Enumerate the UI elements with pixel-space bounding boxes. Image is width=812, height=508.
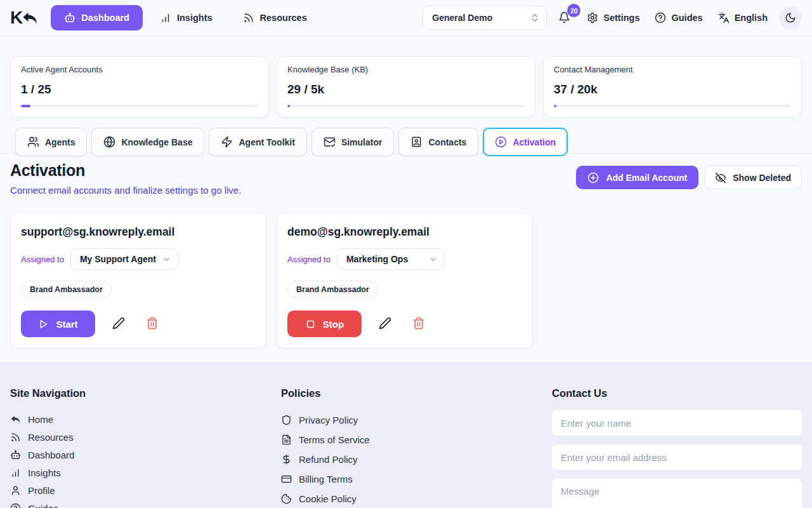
help-circle-icon bbox=[10, 503, 21, 508]
footer-link-insights[interactable]: Insights bbox=[10, 464, 281, 481]
footer-link-label: Refund Policy bbox=[299, 454, 358, 465]
logo-reply-icon bbox=[10, 414, 21, 425]
gear-icon bbox=[587, 12, 598, 23]
tab-label: Activation bbox=[513, 137, 556, 147]
rss-icon bbox=[10, 432, 21, 443]
account-email: demo@sg.knowreply.email bbox=[287, 225, 522, 239]
language-label: English bbox=[735, 13, 768, 23]
zap-icon bbox=[221, 136, 233, 148]
show-deleted-button[interactable]: Show Deleted bbox=[704, 166, 802, 189]
footer-column-title: Contact Us bbox=[552, 387, 802, 399]
progress-bar bbox=[554, 105, 791, 107]
nav-insights-button[interactable]: Insights bbox=[147, 5, 226, 30]
tab-contacts[interactable]: Contacts bbox=[398, 128, 478, 156]
dollar-icon bbox=[281, 454, 292, 465]
edit-account-button[interactable] bbox=[375, 314, 395, 334]
theme-toggle[interactable] bbox=[779, 6, 802, 29]
settings-button[interactable]: Settings bbox=[583, 8, 643, 27]
footer-link-label: Insights bbox=[28, 467, 61, 478]
contact-card-icon bbox=[410, 136, 422, 148]
footer-link-dashboard[interactable]: Dashboard bbox=[10, 446, 281, 464]
rss-icon bbox=[243, 12, 254, 23]
tab-label: Agent Toolkit bbox=[239, 137, 294, 147]
footer-policies: Policies Privacy Policy Terms of Service… bbox=[281, 387, 552, 508]
assigned-to-label: Assigned to bbox=[21, 255, 64, 264]
app-logo[interactable]: K bbox=[10, 8, 39, 28]
stat-value: 1 / 25 bbox=[21, 83, 258, 97]
trash-icon bbox=[146, 317, 159, 330]
chevron-down-icon bbox=[428, 255, 438, 264]
cookie-icon bbox=[281, 493, 292, 504]
agent-select[interactable]: Marketing Ops bbox=[337, 248, 445, 270]
nav-label: Insights bbox=[177, 13, 213, 23]
footer-link-label: Home bbox=[28, 414, 53, 425]
chevron-down-icon bbox=[162, 255, 171, 264]
robot-icon bbox=[64, 12, 75, 23]
usage-stats-row: Active Agent Accounts 1 / 25 Knowledge B… bbox=[10, 56, 802, 117]
stop-button[interactable]: Stop bbox=[287, 311, 362, 337]
tab-agent-toolkit[interactable]: Agent Toolkit bbox=[209, 128, 306, 156]
delete-account-button[interactable] bbox=[409, 314, 429, 334]
start-button[interactable]: Start bbox=[21, 311, 95, 337]
footer-link-label: Profile bbox=[28, 485, 55, 496]
play-circle-icon bbox=[495, 136, 507, 148]
start-label: Start bbox=[56, 319, 77, 330]
delete-account-button[interactable] bbox=[142, 314, 162, 334]
pencil-icon bbox=[379, 317, 391, 330]
notifications-button[interactable]: 20 bbox=[554, 8, 575, 28]
stat-label: Contact Management bbox=[554, 65, 791, 74]
footer-link-cookie-policy[interactable]: Cookie Policy bbox=[281, 489, 552, 508]
language-button[interactable]: English bbox=[714, 8, 771, 27]
add-email-account-button[interactable]: Add Email Account bbox=[576, 166, 698, 189]
footer-link-label: Resources bbox=[28, 432, 74, 443]
agent-select[interactable]: My Support Agent bbox=[70, 248, 178, 270]
top-nav: K Dashboard Insights Resources General D… bbox=[0, 0, 812, 36]
contact-name-input[interactable] bbox=[552, 410, 802, 436]
guides-button[interactable]: Guides bbox=[651, 8, 706, 27]
edit-account-button[interactable] bbox=[108, 314, 129, 334]
footer-link-privacy-policy[interactable]: Privacy Policy bbox=[281, 410, 552, 430]
tab-label: Simulator bbox=[341, 137, 383, 147]
footer-link-resources[interactable]: Resources bbox=[10, 428, 281, 446]
footer-link-billing-terms[interactable]: Billing Terms bbox=[281, 469, 552, 489]
agent-select-value: Marketing Ops bbox=[346, 254, 408, 264]
play-icon bbox=[38, 319, 49, 330]
user-icon bbox=[10, 485, 21, 496]
footer-link-terms-of-service[interactable]: Terms of Service bbox=[281, 430, 552, 450]
stat-label: Active Agent Accounts bbox=[21, 65, 258, 74]
contact-email-input[interactable] bbox=[552, 444, 802, 470]
tab-activation[interactable]: Activation bbox=[483, 128, 568, 156]
chevrons-up-down-icon bbox=[530, 13, 540, 23]
footer-link-home[interactable]: Home bbox=[10, 410, 281, 428]
tab-simulator[interactable]: Simulator bbox=[311, 128, 395, 156]
tab-agents[interactable]: Agents bbox=[15, 128, 87, 156]
footer-link-profile[interactable]: Profile bbox=[10, 481, 281, 499]
workspace-select[interactable]: General Demo bbox=[422, 6, 547, 30]
email-account-card: demo@sg.knowreply.email Assigned to Mark… bbox=[277, 213, 533, 349]
trash-icon bbox=[412, 317, 425, 330]
tab-bar: Agents Knowledge Base Agent Toolkit Simu… bbox=[0, 117, 812, 154]
nav-label: Dashboard bbox=[81, 13, 129, 23]
contact-message-input[interactable] bbox=[552, 479, 802, 508]
nav-dashboard-button[interactable]: Dashboard bbox=[51, 5, 143, 30]
footer-link-refund-policy[interactable]: Refund Policy bbox=[281, 450, 552, 469]
tab-knowledge-base[interactable]: Knowledge Base bbox=[91, 128, 204, 156]
nav-resources-button[interactable]: Resources bbox=[230, 5, 320, 30]
workspace-select-value: General Demo bbox=[432, 13, 492, 23]
footer-link-label: Cookie Policy bbox=[299, 493, 357, 504]
page-subtitle: Connect email accounts and finalize sett… bbox=[10, 185, 241, 196]
languages-icon bbox=[718, 12, 730, 23]
agent-select-value: My Support Agent bbox=[80, 254, 156, 264]
progress-fill bbox=[554, 105, 556, 107]
footer-link-guides[interactable]: Guides bbox=[10, 499, 281, 508]
nav-label: Resources bbox=[260, 13, 307, 23]
moon-icon bbox=[785, 12, 796, 23]
progress-bar bbox=[21, 105, 258, 107]
tab-label: Agents bbox=[45, 137, 75, 147]
stat-label: Knowledge Base (KB) bbox=[287, 65, 525, 74]
eye-off-icon bbox=[715, 172, 726, 184]
footer-link-label: Privacy Policy bbox=[299, 415, 358, 425]
progress-fill bbox=[287, 105, 290, 107]
stat-value: 29 / 5k bbox=[287, 83, 525, 97]
persona-badge: Brand Ambassador bbox=[21, 281, 112, 298]
